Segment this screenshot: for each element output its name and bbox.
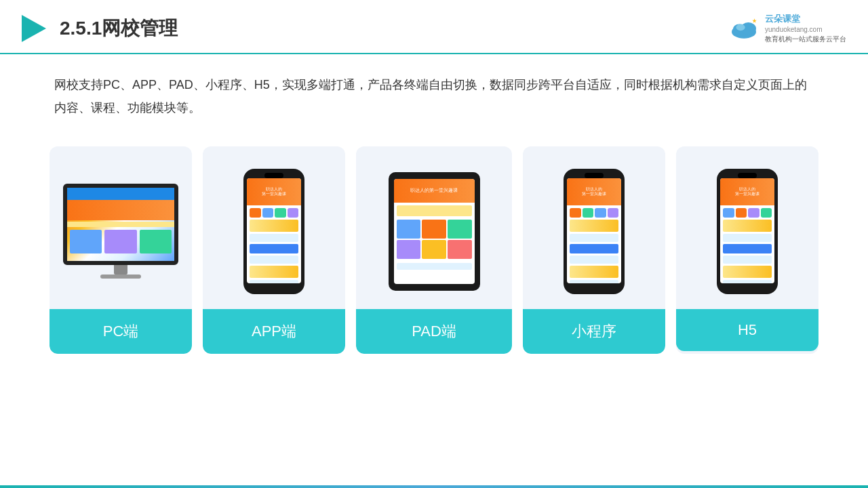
logo-sub: 教育机构一站式服务云平台 bbox=[765, 35, 846, 44]
phone-h5-screen: 职达人的第一堂兴趣课 bbox=[720, 178, 774, 283]
h5-row-4 bbox=[723, 256, 772, 264]
mini-row-2 bbox=[570, 234, 618, 242]
tablet-screen: 职达人的第一堂兴趣课 bbox=[394, 179, 475, 284]
card-h5: 职达人的第一堂兴趣课 bbox=[676, 146, 818, 354]
phone-mini-top: 职达人的第一堂兴趣课 bbox=[567, 178, 621, 205]
mini-icon-1 bbox=[570, 208, 581, 218]
phone-icon-row bbox=[250, 208, 298, 218]
phone-h5-icons bbox=[723, 208, 772, 218]
cards-container: PC端 职达人的第一堂兴趣课 bbox=[0, 126, 868, 354]
phone-row-5 bbox=[250, 266, 298, 278]
tgi-6 bbox=[448, 240, 472, 259]
phone-row-2 bbox=[250, 234, 298, 242]
phone-content bbox=[247, 205, 301, 283]
logo-text-area: 云朵课堂 yunduoketang.com 教育机构一站式服务云平台 bbox=[765, 13, 846, 44]
phone-mini: 职达人的第一堂兴趣课 bbox=[564, 169, 625, 294]
phone-mini-screen: 职达人的第一堂兴趣课 bbox=[567, 178, 621, 283]
mini-row-4 bbox=[570, 256, 618, 264]
mini-row-1 bbox=[570, 220, 618, 232]
phone-mini-icons bbox=[570, 208, 618, 218]
mini-icon-4 bbox=[608, 208, 619, 218]
tablet-grid bbox=[397, 220, 472, 259]
h5-icon-3 bbox=[748, 208, 760, 218]
app-icon-3 bbox=[275, 208, 286, 218]
tablet-top-text: 职达人的第一堂兴趣课 bbox=[410, 187, 458, 194]
header-left: 2.5.1网校管理 bbox=[16, 12, 178, 45]
h5-row-1 bbox=[723, 220, 772, 232]
monitor-bar bbox=[67, 222, 174, 227]
card-h5-image: 职达人的第一堂兴趣课 bbox=[676, 146, 818, 309]
tgi-2 bbox=[422, 220, 446, 239]
phone-h5: 职达人的第一堂兴趣课 bbox=[717, 169, 778, 294]
h5-row-6 bbox=[723, 280, 772, 283]
tablet-screen-top: 职达人的第一堂兴趣课 bbox=[394, 179, 475, 203]
app-icon-4 bbox=[288, 208, 299, 218]
monitor-inner bbox=[67, 188, 174, 261]
card-pc: PC端 bbox=[50, 146, 192, 354]
tablet-pad: 职达人的第一堂兴趣课 bbox=[389, 172, 480, 291]
card-pad: 职达人的第一堂兴趣课 bbox=[356, 146, 512, 354]
monitor-blocks bbox=[70, 230, 172, 253]
description-text: 网校支持PC、APP、PAD、小程序、H5，实现多端打通，产品各终端自由切换，数… bbox=[0, 54, 868, 126]
tablet-row-1 bbox=[397, 205, 472, 216]
mini-icon-3 bbox=[595, 208, 606, 218]
logo-url: yunduoketang.com bbox=[765, 25, 846, 35]
phone-mini-notch bbox=[585, 173, 604, 178]
phone-row-3 bbox=[250, 244, 298, 253]
block-1 bbox=[70, 230, 102, 253]
phone-app: 职达人的第一堂兴趣课 bbox=[243, 169, 304, 294]
phone-screen: 职达人的第一堂兴趣课 bbox=[247, 178, 301, 283]
monitor-stand bbox=[114, 265, 127, 274]
card-app-image: 职达人的第一堂兴趣课 bbox=[203, 146, 345, 309]
mini-row-5 bbox=[570, 266, 618, 278]
h5-icon-2 bbox=[736, 208, 747, 218]
card-mini-label: 小程序 bbox=[523, 309, 665, 354]
page-title: 2.5.1网校管理 bbox=[60, 16, 178, 41]
h5-row-3 bbox=[723, 244, 772, 253]
phone-row-6 bbox=[250, 280, 298, 283]
description-content: 网校支持PC、APP、PAD、小程序、H5，实现多端打通，产品各终端自由切换，数… bbox=[54, 78, 807, 115]
logo-area: 云朵课堂 yunduoketang.com 教育机构一站式服务云平台 bbox=[727, 13, 846, 44]
tgi-3 bbox=[448, 220, 472, 239]
app-icon-2 bbox=[262, 208, 274, 218]
logo-icon bbox=[727, 16, 761, 41]
h5-icon-1 bbox=[723, 208, 734, 218]
phone-notch bbox=[264, 173, 283, 178]
phone-top-text: 职达人的第一堂兴趣课 bbox=[262, 187, 286, 197]
tgi-4 bbox=[397, 240, 421, 259]
h5-icon-4 bbox=[761, 208, 772, 218]
phone-mini-content bbox=[567, 205, 621, 283]
card-h5-label: H5 bbox=[676, 309, 818, 351]
card-app-label: APP端 bbox=[203, 309, 345, 354]
mini-icon-2 bbox=[583, 208, 594, 218]
phone-screen-top: 职达人的第一堂兴趣课 bbox=[247, 178, 301, 205]
page-header: 2.5.1网校管理 云朵课堂 yunduoketang.com 教育机构一站式服… bbox=[0, 0, 868, 54]
card-pc-image bbox=[50, 146, 192, 309]
mini-row-6 bbox=[570, 280, 618, 283]
tablet-bottom-bar bbox=[397, 263, 472, 270]
svg-marker-0 bbox=[22, 15, 46, 42]
h5-row-2 bbox=[723, 234, 772, 242]
card-app: 职达人的第一堂兴趣课 bbox=[203, 146, 345, 354]
svg-marker-5 bbox=[752, 18, 757, 23]
mini-row-3 bbox=[570, 244, 618, 253]
monitor-base bbox=[100, 274, 141, 279]
card-pad-label: PAD端 bbox=[356, 309, 512, 354]
block-2 bbox=[104, 230, 136, 253]
play-icon bbox=[16, 12, 49, 45]
logo-name: 云朵课堂 bbox=[765, 13, 846, 25]
phone-h5-content bbox=[720, 205, 774, 283]
tgi-1 bbox=[397, 220, 421, 239]
card-mini-image: 职达人的第一堂兴趣课 bbox=[523, 146, 665, 309]
card-pc-label: PC端 bbox=[50, 309, 192, 354]
app-icon-1 bbox=[250, 208, 261, 218]
phone-h5-top: 职达人的第一堂兴趣课 bbox=[720, 178, 774, 205]
phone-h5-text: 职达人的第一堂兴趣课 bbox=[735, 187, 760, 197]
phone-h5-notch bbox=[738, 173, 757, 178]
tablet-content bbox=[394, 203, 475, 272]
block-3 bbox=[140, 230, 172, 253]
phone-row-4 bbox=[250, 256, 298, 264]
monitor-screen bbox=[63, 184, 178, 265]
bottom-bar bbox=[0, 485, 868, 488]
phone-mini-text: 职达人的第一堂兴趣课 bbox=[582, 187, 606, 197]
